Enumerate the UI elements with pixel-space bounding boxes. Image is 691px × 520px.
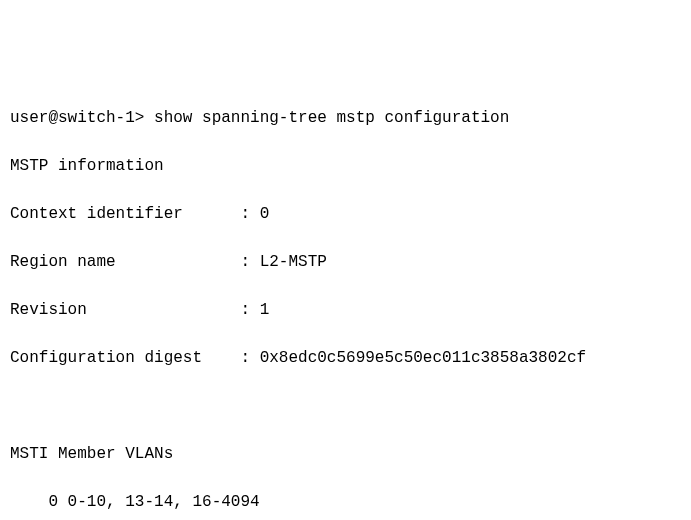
config-digest-label-1: Configuration digest	[10, 346, 240, 370]
region-name-row-1: Region name: L2-MSTP	[10, 250, 681, 274]
separator: :	[240, 250, 259, 274]
msti-header-1: MSTI Member VLANs	[10, 442, 681, 466]
region-name-value-1: L2-MSTP	[260, 250, 327, 274]
separator: :	[240, 202, 259, 226]
region-name-label-1: Region name	[10, 250, 240, 274]
separator: :	[240, 298, 259, 322]
separator: :	[240, 346, 259, 370]
context-identifier-value-1: 0	[260, 202, 270, 226]
context-identifier-label-1: Context identifier	[10, 202, 240, 226]
revision-row-1: Revision: 1	[10, 298, 681, 322]
context-identifier-row-1: Context identifier: 0	[10, 202, 681, 226]
config-digest-value-1: 0x8edc0c5699e5c50ec011c3858a3802cf	[260, 346, 586, 370]
config-digest-row-1: Configuration digest: 0x8edc0c5699e5c50e…	[10, 346, 681, 370]
revision-value-1: 1	[260, 298, 270, 322]
msti-row-1-0: 0 0-10, 13-14, 16-4094	[10, 490, 681, 514]
revision-label-1: Revision	[10, 298, 240, 322]
prompt-1: user@switch-1>	[10, 109, 154, 127]
command-1: show spanning-tree mstp configuration	[154, 109, 509, 127]
blank-line	[10, 394, 681, 418]
cli-prompt-line-1: user@switch-1> show spanning-tree mstp c…	[10, 106, 681, 130]
mstp-info-header-1: MSTP information	[10, 154, 681, 178]
